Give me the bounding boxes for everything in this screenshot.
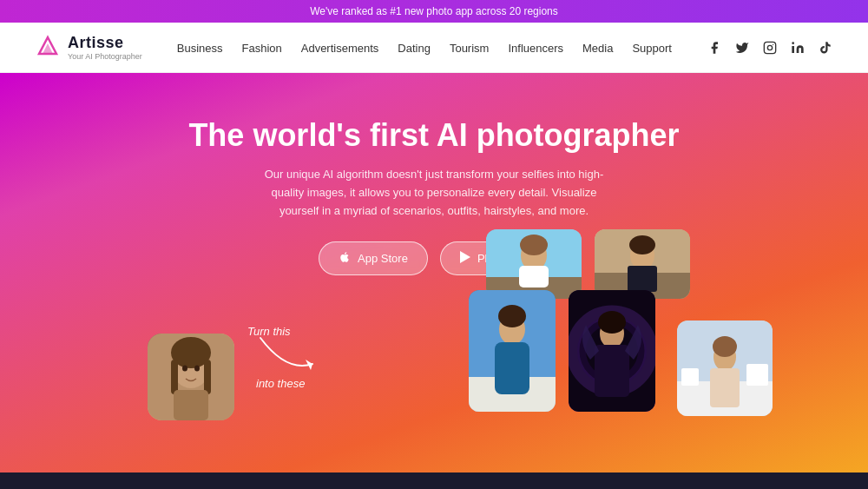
result-image-4 [569,290,655,412]
nav-dating[interactable]: Dating [398,42,431,55]
hero-section: The world's first AI photographer Our un… [0,73,868,472]
svg-point-19 [520,235,548,255]
svg-rect-43 [710,368,740,407]
result-images [469,229,799,455]
logo-icon [35,35,61,61]
svg-rect-14 [174,390,208,420]
svg-point-3 [767,45,772,50]
result-image-2 [595,229,690,299]
into-these-label: into these [256,377,305,390]
nav-fashion[interactable]: Fashion [241,42,281,55]
logo-text: Artisse Your AI Photographer [68,34,142,61]
svg-rect-11 [204,360,211,394]
svg-point-29 [498,305,526,327]
images-area: Turn this into these [0,229,868,472]
arrow-decoration [252,329,321,381]
svg-point-5 [792,42,794,44]
result-image-5 [677,320,773,416]
svg-rect-2 [764,42,775,53]
result-image-3 [469,290,556,412]
svg-point-13 [194,366,200,372]
logo[interactable]: Artisse Your AI Photographer [35,34,142,61]
instagram-icon[interactable] [762,40,778,56]
hero-title: The world's first AI photographer [35,116,833,154]
nav-support[interactable]: Support [632,42,672,55]
svg-rect-39 [681,368,699,386]
source-selfie [148,334,234,420]
announcement-bar: We've ranked as #1 new photo app across … [0,0,868,23]
featured-bar: FEATURED ON Forbes TCTechCrunch Daily ★ … [0,472,868,489]
selfie-image [148,334,234,420]
svg-point-42 [713,336,737,357]
svg-rect-20 [519,266,549,287]
announcement-text: We've ranked as #1 new photo app across … [310,5,558,17]
svg-point-12 [182,366,187,372]
nav-business[interactable]: Business [177,42,223,55]
result-image-1 [486,229,582,299]
nav-media[interactable]: Media [582,42,613,55]
hero-subtitle: Our unique AI algorithm doesn't just tra… [252,166,616,220]
logo-tagline: Your AI Photographer [68,52,142,61]
svg-point-35 [598,311,626,334]
navbar: Artisse Your AI Photographer Business Fa… [0,23,868,73]
nav-influencers[interactable]: Influencers [508,42,563,55]
svg-rect-25 [628,266,657,292]
svg-rect-36 [595,345,629,397]
nav-advertisements[interactable]: Advertisements [301,42,379,55]
twitter-icon[interactable] [734,40,750,56]
nav-links: Business Fashion Advertisements Dating T… [177,40,672,56]
svg-point-24 [629,235,655,254]
svg-rect-40 [746,364,768,386]
linkedin-icon[interactable] [790,40,806,56]
svg-rect-10 [171,360,178,394]
svg-rect-30 [495,342,529,394]
svg-point-4 [773,43,773,44]
facebook-icon[interactable] [707,40,722,56]
tiktok-icon[interactable] [818,40,833,56]
nav-tourism[interactable]: Tourism [450,42,490,55]
social-icons [707,40,833,56]
logo-name: Artisse [68,34,142,52]
